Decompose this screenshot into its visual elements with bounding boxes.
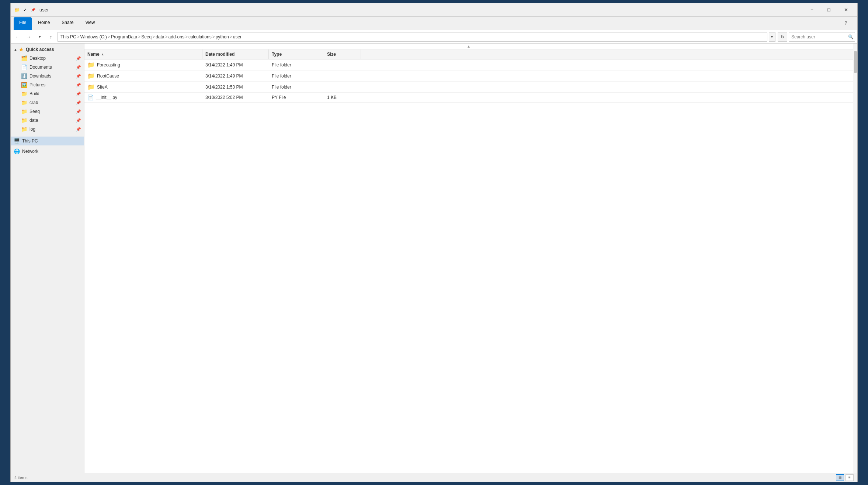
sidebar-item-crab-label: crab [29,100,38,105]
path-seeq[interactable]: Seeq [141,34,152,39]
recent-button[interactable]: ▼ [35,32,45,42]
tab-home[interactable]: Home [32,17,55,30]
file-type-sitea: File folder [269,82,324,92]
sidebar-item-documents-label: Documents [29,65,52,70]
sort-indicator-row: ▲ [84,44,537,49]
log-pin-icon: 📌 [76,127,81,132]
tab-view[interactable]: View [80,17,100,30]
col-date-label: Date modified [205,52,235,57]
sidebar-item-documents[interactable]: 📄 Documents 📌 [11,63,84,72]
up-button[interactable]: ↑ [46,32,56,42]
sidebar-item-seeq-label: Seeq [29,109,40,114]
file-name-rootcause: 📁 RootCause [84,70,202,81]
path-sep-5: > [165,34,168,39]
file-date-rootcause: 3/14/2022 1:49 PM [202,70,269,81]
explorer-window: 📁 ✓ 📌 user − □ ✕ File Home Share View ? … [10,3,537,301]
title-folder-icon: 📁 [14,7,20,13]
desktop-icon: 🗂️ [21,55,27,61]
file-name-forecasting-label: Forecasting [97,62,120,68]
sidebar-item-seeq[interactable]: 📁 Seeq 📌 [11,107,84,116]
col-header-size[interactable]: Size [324,49,361,59]
path-sep-2: > [108,34,110,39]
path-sep-3: > [138,34,140,39]
back-button[interactable]: ← [13,32,22,42]
forward-button[interactable]: → [24,32,34,42]
ribbon: File Home Share View ? [11,17,537,30]
file-date-sitea: 3/14/2022 1:50 PM [202,82,269,92]
documents-icon: 📄 [21,64,27,70]
build-pin-icon: 📌 [76,92,81,96]
col-type-label: Type [272,52,282,57]
file-name-sitea-label: SiteA [97,85,108,90]
file-type-forecasting: File folder [269,59,324,70]
col-header-date[interactable]: Date modified [202,49,269,59]
data-icon: 📁 [21,117,27,123]
pictures-icon: 🖼️ [21,82,27,88]
sidebar-item-this-pc[interactable]: 🖥️ This PC [11,137,84,145]
sidebar-item-desktop[interactable]: 🗂️ Desktop 📌 [11,54,84,63]
folder-icon-forecasting: 📁 [87,61,95,68]
sidebar-item-data-label: data [29,118,38,123]
ribbon-tabs: File Home Share View ? [11,17,537,30]
path-calculations[interactable]: calculations [188,34,212,39]
column-headers: Name ▲ Date modified Type Size [84,49,537,59]
tab-file[interactable]: File [14,17,32,30]
col-name-label: Name [87,52,100,57]
path-this-pc[interactable]: This PC [60,34,76,39]
window-title: user [39,7,49,13]
sidebar-item-this-pc-label: This PC [22,138,38,144]
downloads-icon: ⬇️ [21,73,27,79]
file-name-forecasting: 📁 Forecasting [84,59,202,70]
file-row-sitea[interactable]: 📁 SiteA 3/14/2022 1:50 PM File folder [84,82,537,93]
content-area: ▲ Name ▲ Date modified Type Size [84,44,537,301]
sidebar-item-build[interactable]: 📁 Build 📌 [11,89,84,98]
file-row-rootcause[interactable]: 📁 RootCause 3/14/2022 1:49 PM File folde… [84,70,537,82]
file-size-rootcause [324,70,361,81]
sidebar-item-crab[interactable]: 📁 crab 📌 [11,98,84,107]
file-list: 📁 Forecasting 3/14/2022 1:49 PM File fol… [84,59,537,301]
data-pin-icon: 📌 [76,118,81,123]
quick-access-chevron: ▲ [14,48,17,52]
network-icon: 🌐 [14,148,20,154]
file-size-sitea [324,82,361,92]
col-header-type[interactable]: Type [269,49,324,59]
sidebar: ▲ ★ Quick access 🗂️ Desktop 📌 📄 Document… [11,44,84,301]
address-path[interactable]: This PC > Windows (C:) > ProgramData > S… [57,32,537,42]
path-addons[interactable]: add-ons [169,34,184,39]
sidebar-item-network[interactable]: 🌐 Network [11,147,84,156]
downloads-pin-icon: 📌 [76,74,81,79]
col-header-name[interactable]: Name ▲ [84,49,202,59]
desktop-pin-icon: 📌 [76,56,81,61]
quick-access-header[interactable]: ▲ ★ Quick access [11,45,84,54]
file-row-init[interactable]: 📄 __init__.py 3/10/2022 5:02 PM PY File … [84,93,537,103]
file-row-forecasting[interactable]: 📁 Forecasting 3/14/2022 1:49 PM File fol… [84,59,537,70]
tab-share[interactable]: Share [56,17,79,30]
title-check-icon: ✓ [22,7,28,13]
folder-icon-rootcause: 📁 [87,72,95,79]
documents-pin-icon: 📌 [76,65,81,70]
path-programdata[interactable]: ProgramData [111,34,137,39]
this-pc-icon: 🖥️ [14,138,20,144]
quick-access-icon: ★ [19,47,24,52]
seeq-icon: 📁 [21,109,27,114]
sidebar-item-network-label: Network [22,149,38,154]
path-sep-6: > [185,34,188,39]
sidebar-item-downloads-label: Downloads [29,73,51,79]
sidebar-item-data[interactable]: 📁 data 📌 [11,116,84,125]
path-user[interactable]: user [233,34,242,39]
path-data[interactable]: data [156,34,164,39]
sidebar-item-log[interactable]: 📁 log 📌 [11,125,84,134]
main-layout: ▲ ★ Quick access 🗂️ Desktop 📌 📄 Document… [11,44,537,301]
title-bar-icons: 📁 ✓ 📌 [14,7,37,13]
path-python[interactable]: python [216,34,229,39]
sidebar-item-build-label: Build [29,91,39,96]
address-bar: ← → ▼ ↑ This PC > Windows (C:) > Program… [11,30,537,44]
path-windows[interactable]: Windows (C:) [80,34,107,39]
title-pin-icon: 📌 [30,7,37,13]
sidebar-item-pictures[interactable]: 🖼️ Pictures 📌 [11,80,84,89]
col-name-sort: ▲ [101,52,104,56]
build-icon: 📁 [21,91,27,97]
path-sep-4: > [152,34,155,39]
sidebar-item-downloads[interactable]: ⬇️ Downloads 📌 [11,72,84,80]
file-name-rootcause-label: RootCause [97,73,119,79]
